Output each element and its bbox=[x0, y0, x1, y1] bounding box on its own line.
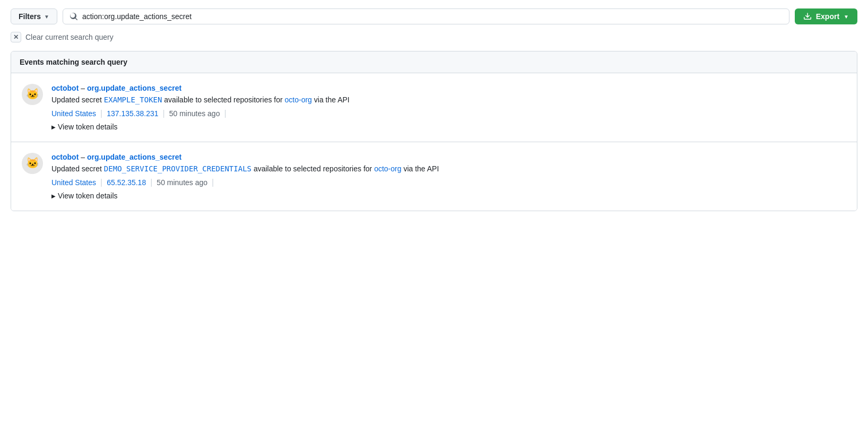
timestamp: 50 minutes ago bbox=[157, 178, 207, 187]
export-button[interactable]: Export ▼ bbox=[795, 8, 857, 24]
divider: | bbox=[224, 109, 226, 118]
view-token-toggle[interactable]: ▶ View token details bbox=[51, 192, 846, 200]
event-description: Updated secret EXAMPLE_TOKEN available t… bbox=[51, 94, 846, 106]
events-container: Events matching search query 🐱 octobot –… bbox=[11, 51, 857, 211]
event-content: octobot – org.update_actions_secret Upda… bbox=[51, 153, 846, 200]
events-header-title: Events matching search query bbox=[20, 58, 127, 66]
event-title: octobot – org.update_actions_secret bbox=[51, 84, 846, 92]
divider: | bbox=[163, 109, 165, 118]
search-icon bbox=[70, 12, 78, 21]
event-description: Updated secret DEMO_SERVICE_PROVIDER_CRE… bbox=[51, 163, 846, 175]
table-row: 🐱 octobot – org.update_actions_secret Up… bbox=[11, 142, 857, 211]
table-row: 🐱 octobot – org.update_actions_secret Up… bbox=[11, 73, 857, 142]
svg-text:🐱: 🐱 bbox=[26, 88, 39, 100]
triangle-right-icon: ▶ bbox=[51, 124, 56, 130]
divider: | bbox=[150, 178, 152, 187]
view-token-toggle[interactable]: ▶ View token details bbox=[51, 123, 846, 131]
timestamp: 50 minutes ago bbox=[169, 109, 220, 118]
clear-query-label: Clear current search query bbox=[25, 33, 114, 41]
org-link[interactable]: octo-org bbox=[374, 164, 401, 173]
search-input[interactable] bbox=[82, 12, 783, 21]
svg-text:🐱: 🐱 bbox=[26, 156, 39, 169]
user-link[interactable]: octobot bbox=[51, 153, 79, 161]
org-link[interactable]: octo-org bbox=[285, 95, 312, 104]
event-content: octobot – org.update_actions_secret Upda… bbox=[51, 84, 846, 131]
avatar: 🐱 bbox=[22, 84, 43, 105]
top-bar: Filters ▼ Export ▼ bbox=[11, 8, 857, 24]
events-header: Events matching search query bbox=[11, 51, 857, 73]
triangle-right-icon: ▶ bbox=[51, 193, 56, 199]
avatar-octocat-icon: 🐱 bbox=[23, 85, 42, 104]
clear-query-row[interactable]: ✕ Clear current search query bbox=[11, 32, 857, 42]
search-box bbox=[63, 8, 789, 24]
secret-name: DEMO_SERVICE_PROVIDER_CREDENTIALS bbox=[104, 164, 251, 173]
action-link[interactable]: org.update_actions_secret bbox=[87, 84, 181, 92]
divider: | bbox=[100, 109, 102, 118]
chevron-down-icon: ▼ bbox=[44, 14, 49, 20]
secret-name: EXAMPLE_TOKEN bbox=[104, 95, 162, 104]
event-title: octobot – org.update_actions_secret bbox=[51, 153, 846, 161]
avatar-octocat-icon: 🐱 bbox=[23, 154, 42, 173]
ip-link[interactable]: 65.52.35.18 bbox=[107, 178, 146, 187]
divider: | bbox=[100, 178, 102, 187]
filters-button[interactable]: Filters ▼ bbox=[11, 8, 57, 24]
action-link[interactable]: org.update_actions_secret bbox=[87, 153, 181, 161]
ip-link[interactable]: 137.135.38.231 bbox=[107, 109, 158, 118]
export-chevron-icon: ▼ bbox=[844, 14, 849, 20]
event-meta: United States | 65.52.35.18 | 50 minutes… bbox=[51, 178, 846, 187]
avatar: 🐱 bbox=[22, 153, 43, 174]
divider: | bbox=[212, 178, 214, 187]
location-link[interactable]: United States bbox=[51, 109, 96, 118]
clear-icon: ✕ bbox=[11, 32, 21, 42]
export-label: Export bbox=[816, 12, 839, 21]
download-icon bbox=[803, 12, 812, 21]
location-link[interactable]: United States bbox=[51, 178, 96, 187]
user-link[interactable]: octobot bbox=[51, 84, 79, 92]
event-meta: United States | 137.135.38.231 | 50 minu… bbox=[51, 109, 846, 118]
filters-label: Filters bbox=[19, 12, 41, 21]
